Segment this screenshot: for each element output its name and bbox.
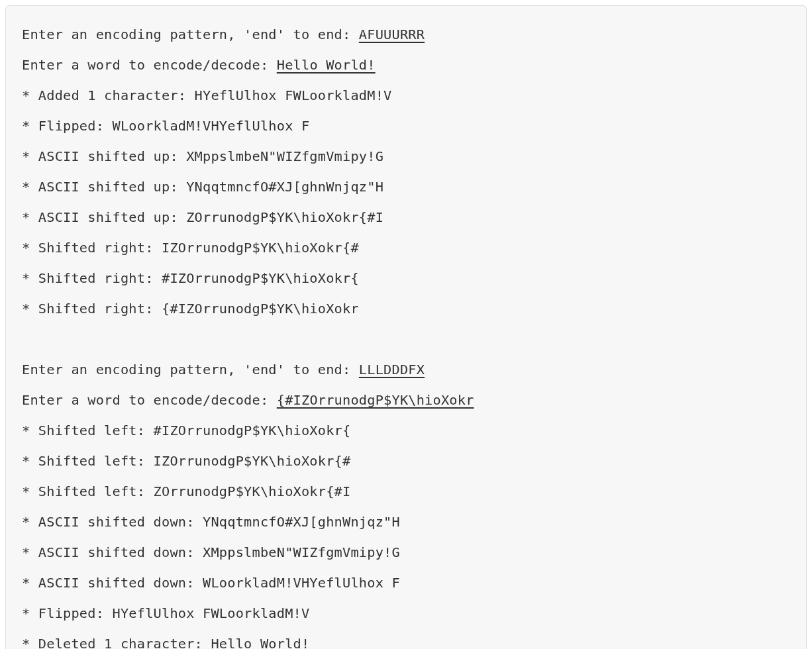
step-output: * ASCII shifted down: XMppslmbeN"WIZfgmV… (22, 537, 790, 568)
step-output: * Shifted left: ZOrrunodgP$YK\hioXokr{#I (22, 476, 790, 507)
step-output: * Shifted right: #IZOrrunodgP$YK\hioXokr… (22, 263, 790, 293)
step-output: * ASCII shifted down: YNqqtmncfO#XJ[ghnW… (22, 507, 790, 537)
step-output: * Shifted left: IZOrrunodgP$YK\hioXokr{# (22, 446, 790, 476)
step-output: * Flipped: WLoorkladM!VHYeflUlhox F (22, 111, 790, 141)
prompt-line: Enter an encoding pattern, 'end' to end:… (22, 354, 790, 385)
prompt-text: Enter a word to encode/decode: (22, 57, 277, 73)
prompt-line: Enter an encoding pattern, 'end' to end:… (22, 19, 790, 50)
prompt-text: Enter an encoding pattern, 'end' to end: (22, 26, 359, 42)
step-output: * Flipped: HYeflUlhox FWLoorkladM!V (22, 598, 790, 628)
blank-line (22, 324, 790, 354)
step-output: * ASCII shifted down: WLoorkladM!VHYeflU… (22, 568, 790, 598)
step-output: * Deleted 1 character: Hello World! (22, 628, 790, 649)
user-input-word: {#IZOrrunodgP$YK\hioXokr (277, 392, 474, 408)
terminal-output-box: Enter an encoding pattern, 'end' to end:… (5, 5, 807, 649)
prompt-text: Enter a word to encode/decode: (22, 392, 277, 408)
prompt-line: Enter a word to encode/decode: {#IZOrrun… (22, 385, 790, 415)
step-output: * Shifted right: {#IZOrrunodgP$YK\hioXok… (22, 293, 790, 324)
prompt-text: Enter an encoding pattern, 'end' to end: (22, 362, 359, 377)
prompt-line: Enter a word to encode/decode: Hello Wor… (22, 50, 790, 80)
step-output: * ASCII shifted up: YNqqtmncfO#XJ[ghnWnj… (22, 172, 790, 202)
user-input-pattern: LLLDDDFX (359, 362, 425, 377)
step-output: * ASCII shifted up: XMppslmbeN"WIZfgmVmi… (22, 141, 790, 172)
step-output: * ASCII shifted up: ZOrrunodgP$YK\hioXok… (22, 202, 790, 232)
step-output: * Added 1 character: HYeflUlhox FWLoorkl… (22, 80, 790, 111)
user-input-pattern: AFUUURRR (359, 26, 425, 42)
step-output: * Shifted left: #IZOrrunodgP$YK\hioXokr{ (22, 415, 790, 446)
user-input-word: Hello World! (277, 57, 376, 73)
step-output: * Shifted right: IZOrrunodgP$YK\hioXokr{… (22, 232, 790, 263)
